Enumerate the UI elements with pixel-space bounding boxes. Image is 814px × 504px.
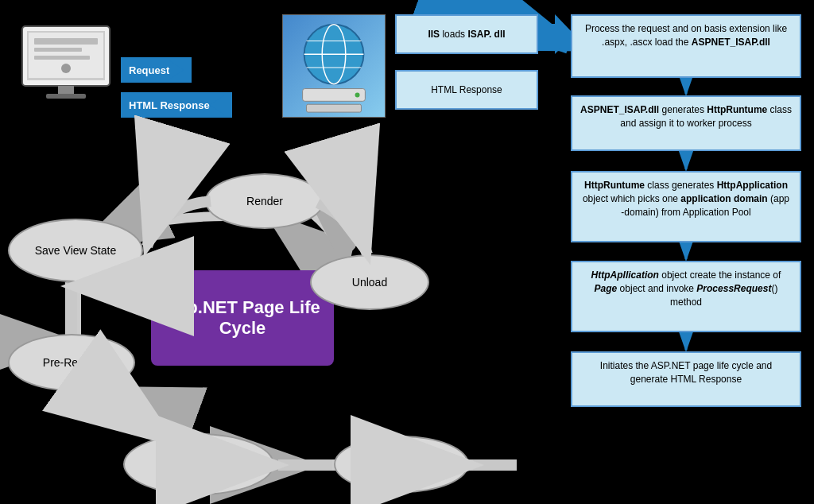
svg-rect-18 (34, 38, 98, 45)
svg-rect-20 (34, 56, 90, 60)
request-arrow: Request (121, 57, 192, 83)
svg-rect-17 (46, 94, 86, 99)
svg-point-21 (61, 64, 71, 73)
big-blue-arrow (541, 14, 574, 54)
svg-rect-28 (307, 104, 362, 112)
initialization-ellipse: Initialization (334, 436, 469, 493)
svg-marker-9 (539, 16, 571, 52)
httpapplication-box: HttpApllication object create the instan… (571, 261, 801, 332)
computer-icon (14, 22, 118, 110)
html-response-arrow: HTML Response (121, 92, 232, 118)
pre-render-ellipse: Pre-Render (8, 334, 135, 391)
save-view-state-ellipse: Save View State (8, 219, 143, 282)
svg-point-29 (355, 92, 360, 97)
svg-marker-30 (541, 14, 574, 54)
iis-box: IIS loads ISAP. dll (395, 14, 538, 54)
process-box: Process the request and on basis extensi… (571, 14, 801, 78)
render-ellipse: Render (205, 173, 324, 229)
svg-rect-19 (34, 48, 82, 52)
html-response-box: HTML Response (395, 70, 538, 110)
initiates-box: Initiates the ASP.NET page life cycle an… (571, 351, 801, 407)
aspnet-isap-box: ASPNET_ISAP.dll generates HttpRuntume cl… (571, 95, 801, 151)
svg-line-4 (538, 34, 569, 45)
httpruntume-box: HttpRuntume class generates HttpApplicat… (571, 171, 801, 242)
unload-ellipse: Unload (310, 254, 429, 310)
html-response-label: HTML Response (121, 92, 232, 118)
iis-image (282, 14, 386, 118)
load-view-state-ellipse: Load View State (123, 433, 274, 495)
request-label: Request (121, 57, 192, 83)
diagram: Request HTML Response IIS loads ISAP. dl… (0, 0, 814, 504)
center-lifecycle-box: Asp.NET Page Life Cycle (151, 270, 334, 366)
